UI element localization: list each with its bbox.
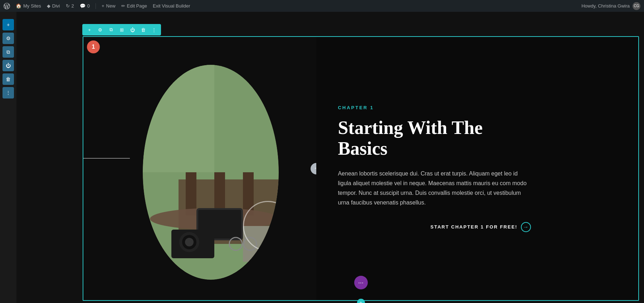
wp-logo-btn[interactable] bbox=[4, 3, 10, 9]
section-delete-btn[interactable]: 🗑 bbox=[138, 25, 148, 34]
add-icon: + bbox=[7, 22, 10, 28]
section-settings-icon: ⚙ bbox=[98, 27, 102, 33]
howdy-label: Howdy, Christina Gwira bbox=[581, 3, 630, 9]
comments-icon: 💬 bbox=[80, 3, 86, 9]
more-dots-icon: ··· bbox=[358, 279, 364, 287]
left-toolbar: + ⚙ ⧉ ⏻ 🗑 ⋮ bbox=[0, 12, 16, 303]
bottom-add-icon: + bbox=[359, 300, 362, 303]
section-duplicate-btn[interactable]: ⧉ bbox=[106, 25, 116, 34]
left-column: + bbox=[83, 37, 316, 300]
chapter-title: Starting With The Basics bbox=[338, 117, 531, 158]
section-grid-icon: ⊞ bbox=[120, 27, 124, 33]
my-sites-btn[interactable]: 🏠 My Sites bbox=[16, 3, 41, 9]
admin-bar-right: Howdy, Christina Gwira CG bbox=[581, 2, 640, 10]
exit-label: Exit Visual Builder bbox=[153, 3, 190, 9]
section-delete-icon: 🗑 bbox=[141, 27, 146, 33]
chapter-content: CHAPTER 1 Starting With The Basics Aenea… bbox=[338, 105, 531, 232]
updates-icon: ↻ bbox=[66, 3, 70, 9]
my-sites-label: My Sites bbox=[23, 3, 41, 9]
section-grid-btn[interactable]: ⊞ bbox=[117, 25, 127, 34]
purple-more-btn[interactable]: ··· bbox=[354, 276, 368, 289]
section-more-btn[interactable]: ⋮ bbox=[149, 25, 159, 34]
new-btn[interactable]: + New bbox=[102, 3, 116, 9]
cta-text: START CHAPTER 1 FOR FREE! bbox=[430, 224, 517, 230]
section-toggle-btn[interactable]: ⏻ bbox=[127, 25, 137, 34]
cta-arrow-icon: → bbox=[523, 224, 529, 230]
section-toolbar: + ⚙ ⧉ ⊞ ⏻ 🗑 ⋮ bbox=[82, 24, 161, 35]
section-add-btn[interactable]: + bbox=[84, 25, 94, 34]
section-toggle-icon: ⏻ bbox=[130, 27, 135, 33]
plus-icon: + bbox=[102, 3, 104, 9]
section-duplicate-icon: ⧉ bbox=[109, 27, 113, 33]
col-add-icon: + bbox=[314, 165, 316, 172]
comments-count: 0 bbox=[87, 3, 90, 9]
new-label: New bbox=[106, 3, 116, 9]
settings-icon: ⚙ bbox=[6, 35, 11, 41]
decorative-line bbox=[83, 158, 130, 159]
toolbar-toggle-btn[interactable]: ⏻ bbox=[3, 60, 14, 71]
edit-page-btn[interactable]: ✏ Edit Page bbox=[121, 3, 147, 9]
admin-bar: 🏠 My Sites ◆ Divi ↻ 2 💬 0 + New ✏ Edit P… bbox=[0, 0, 644, 12]
section-settings-btn[interactable]: ⚙ bbox=[95, 25, 105, 34]
exit-builder-btn[interactable]: Exit Visual Builder bbox=[153, 3, 190, 9]
delete-icon: 🗑 bbox=[6, 76, 11, 82]
chapter-cta[interactable]: START CHAPTER 1 FOR FREE! → bbox=[338, 222, 531, 232]
home-icon: 🏠 bbox=[16, 3, 21, 9]
oval-image-container bbox=[143, 65, 279, 280]
edit-page-label: Edit Page bbox=[127, 3, 147, 9]
section-number-badge: 1 bbox=[87, 40, 100, 53]
updates-btn[interactable]: ↻ 2 bbox=[66, 3, 74, 9]
divi-label: Divi bbox=[52, 3, 60, 9]
column-add-btn[interactable]: + bbox=[311, 163, 316, 174]
toolbar-more-btn[interactable]: ⋮ bbox=[3, 87, 14, 98]
toolbar-settings-btn[interactable]: ⚙ bbox=[3, 33, 14, 44]
right-column: CHAPTER 1 Starting With The Basics Aenea… bbox=[316, 37, 638, 300]
divi-btn[interactable]: ◆ Divi bbox=[47, 3, 60, 9]
svg-rect-1 bbox=[143, 65, 214, 172]
toolbar-delete-btn[interactable]: 🗑 bbox=[3, 73, 14, 85]
more-icon: ⋮ bbox=[6, 90, 11, 96]
pencil-icon: ✏ bbox=[121, 3, 125, 9]
svg-point-12 bbox=[185, 238, 194, 246]
updates-count: 2 bbox=[72, 3, 74, 9]
sep1 bbox=[96, 3, 96, 9]
chapter-label: CHAPTER 1 bbox=[338, 105, 531, 110]
cta-arrow-circle: → bbox=[521, 222, 531, 232]
toolbar-duplicate-btn[interactable]: ⧉ bbox=[3, 46, 14, 58]
duplicate-icon: ⧉ bbox=[6, 49, 10, 55]
section-block: 1 bbox=[83, 36, 639, 301]
comments-btn[interactable]: 💬 0 bbox=[80, 3, 90, 9]
chapter-body: Aenean lobortis scelerisque dui. Cras ut… bbox=[338, 169, 531, 208]
section-add-icon: + bbox=[88, 27, 91, 33]
main-content: 1 bbox=[16, 12, 644, 303]
section-more-icon: ⋮ bbox=[152, 27, 156, 33]
divi-icon: ◆ bbox=[47, 3, 50, 9]
content-wrapper: + CHAPTER 1 Starting With The Basics Aen… bbox=[83, 37, 638, 300]
avatar[interactable]: CG bbox=[633, 2, 640, 10]
toolbar-add-btn[interactable]: + bbox=[3, 19, 14, 30]
toggle-icon: ⏻ bbox=[6, 63, 11, 68]
